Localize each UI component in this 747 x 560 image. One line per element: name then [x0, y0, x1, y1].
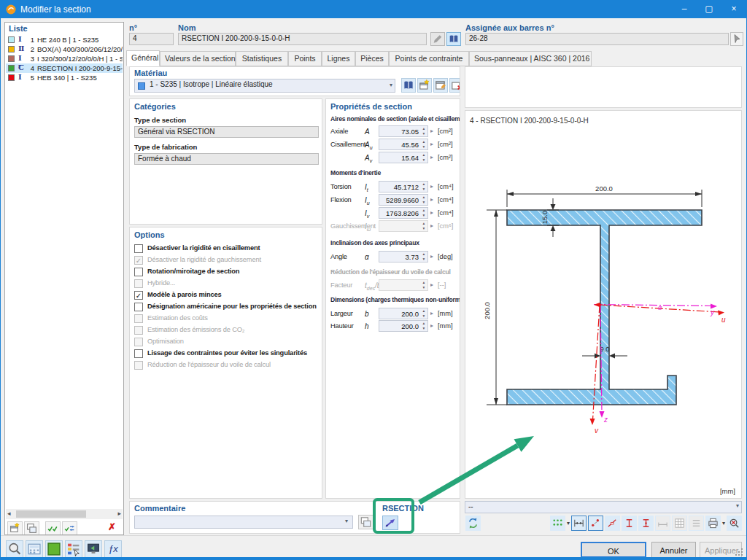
new-material-button[interactable]	[417, 78, 432, 93]
options-panel: Options Désactiver la rigidité en cisail…	[129, 227, 322, 499]
calculation-params-button[interactable]	[26, 540, 43, 558]
spinner-icons[interactable]: ▴▾	[420, 195, 427, 205]
checkbox-unchecked[interactable]	[134, 303, 143, 311]
section-type-label: Type de section	[134, 116, 186, 124]
fabrication-type-label: Type de fabrication	[134, 143, 197, 151]
list-item[interactable]: I 1 HE 240 B | 1 - S235	[6, 35, 123, 44]
comment-dropdown[interactable]	[134, 516, 353, 529]
scroll-left-icon[interactable]: ◂	[7, 510, 11, 517]
show-point-numbers-button[interactable]	[588, 516, 603, 531]
unit-label: [cm⁴]	[438, 209, 454, 217]
detail-arrow-icon[interactable]: ▸	[430, 253, 433, 260]
detail-arrow-icon[interactable]: ▸	[430, 196, 433, 203]
property-row: Cisaillement Au 45.56 ▴▾ ▸ [cm²]	[326, 139, 460, 151]
property-row: Largeur b 200.0 ▴▾ ▸ [mm]	[326, 308, 460, 320]
maximize-icon[interactable]: ▢	[697, 1, 721, 18]
print-button[interactable]	[705, 516, 721, 531]
tab-sous-panneaux[interactable]: Sous-panneaux | AISC 360 | 2016	[469, 51, 592, 66]
find-section-info-button[interactable]	[6, 540, 23, 558]
spinner-icons[interactable]: ▴▾	[420, 182, 427, 192]
section-list: I 1 HE 240 B | 1 - S235 Ⅱ 2 BOX(A) 400/3…	[5, 34, 123, 507]
chevron-down-icon[interactable]: ▾	[567, 516, 570, 531]
show-welds-button[interactable]	[638, 516, 654, 531]
checkbox-unchecked[interactable]	[134, 349, 143, 358]
property-symbol: tdes/t	[365, 281, 379, 291]
tab-valeurs[interactable]: Valeurs de la section	[160, 51, 236, 66]
refresh-view-button[interactable]	[465, 516, 481, 531]
chevron-down-icon[interactable]: ▾	[390, 82, 392, 88]
tab-statistiques[interactable]: Statistiques	[236, 51, 288, 66]
option-label: Hybride...	[147, 279, 175, 287]
tab-lignes[interactable]: Lignes	[322, 51, 355, 66]
show-dimensions-button[interactable]	[571, 516, 587, 531]
tab-general[interactable]: Général	[126, 50, 160, 66]
formula-button[interactable]: ƒx	[104, 540, 122, 558]
show-stress-points-button[interactable]	[622, 516, 637, 531]
section-color-button[interactable]	[45, 540, 63, 558]
checkbox-checked[interactable]: ✓	[134, 291, 143, 300]
detail-arrow-icon[interactable]: ▸	[430, 154, 433, 160]
pick-members-button[interactable]	[730, 32, 743, 46]
copy-comment-button[interactable]	[358, 515, 374, 529]
ok-button[interactable]: OK	[581, 542, 646, 558]
option-label: Estimation des émissions de CO₂	[147, 326, 244, 333]
spinner-icons[interactable]: ▴▾	[420, 321, 427, 331]
unit-label: [cm⁶]	[438, 222, 453, 230]
detail-arrow-icon[interactable]: ▸	[430, 322, 433, 329]
display-points-button[interactable]	[550, 516, 565, 531]
detail-arrow-icon[interactable]: ▸	[430, 310, 433, 316]
close-icon[interactable]: ×	[721, 1, 746, 18]
option-row: Hybride...	[134, 279, 320, 289]
material-dropdown[interactable]: 1 - S235 | Isotrope | Linéaire élastique…	[134, 79, 395, 93]
apply-view-button[interactable]	[85, 540, 102, 558]
display-properties-button[interactable]	[65, 540, 82, 558]
section-library-button[interactable]	[446, 32, 461, 46]
unit-label: [cm²]	[438, 141, 453, 148]
spinner-icons[interactable]: ▴▾	[420, 308, 427, 319]
tab-points-contrainte[interactable]: Points de contrainte	[389, 51, 469, 66]
spinner-icons[interactable]: ▴▾	[420, 152, 427, 163]
scrollbar-thumb[interactable]	[16, 510, 86, 518]
checkbox-unchecked[interactable]	[134, 244, 143, 253]
invert-check-button[interactable]	[62, 521, 77, 535]
section-viewer[interactable]: 4 - RSECTION I 200-200-9-15-0-0-H	[465, 110, 742, 499]
scroll-right-icon[interactable]: ▸	[117, 510, 121, 517]
list-scrollbar[interactable]: ◂ ▸	[6, 509, 123, 519]
list-item[interactable]: I 3 I 320/300/12/20/0/0/H | 1 - S235	[6, 54, 123, 63]
spinner-icons[interactable]: ▴▾	[420, 208, 427, 218]
assigned-members-field[interactable]: 26-28	[465, 33, 729, 45]
detail-arrow-icon[interactable]: ▸	[430, 141, 433, 147]
list-item-selected[interactable]: Ꞇ 4 RSECTION I 200-200-9-15-0-0-H |	[6, 63, 123, 73]
option-row: Rotation/miroitage de section	[134, 267, 320, 278]
list-item[interactable]: I 5 HEB 340 | 1 - S235	[6, 73, 123, 82]
resize-grip[interactable]	[735, 548, 743, 556]
copy-section-button[interactable]	[24, 521, 39, 535]
detail-arrow-icon[interactable]: ▸	[430, 128, 433, 134]
show-line-numbers-button[interactable]	[605, 516, 620, 531]
title-bar[interactable]: Modifier la section – ▢ ×	[1, 1, 746, 18]
minimize-icon[interactable]: –	[672, 1, 697, 18]
viewer-toolbar: ▾	[465, 515, 742, 533]
delete-section-icon[interactable]: ✗	[108, 521, 116, 532]
list-item[interactable]: Ⅱ 2 BOX(A) 400/300/206/12/20/18/182	[6, 44, 123, 54]
edit-material-button[interactable]	[433, 78, 448, 93]
detail-arrow-icon[interactable]: ▸	[430, 209, 433, 216]
tab-points[interactable]: Points	[288, 51, 322, 66]
delete-material-button[interactable]	[449, 78, 460, 93]
spinner-icons[interactable]: ▴▾	[420, 139, 427, 149]
checkbox-unchecked[interactable]	[134, 268, 143, 276]
cancel-button[interactable]: Annuler	[651, 542, 696, 558]
material-library-button[interactable]	[401, 78, 416, 93]
section-shape	[507, 210, 702, 405]
new-section-button[interactable]	[7, 521, 23, 535]
chevron-down-icon[interactable]: ▾	[722, 516, 725, 531]
chevron-down-icon[interactable]: ▾	[736, 502, 739, 509]
detail-arrow-icon[interactable]: ▸	[430, 183, 433, 190]
viewer-dropdown[interactable]: -- ▾	[465, 501, 742, 513]
material-color-swatch	[138, 82, 145, 90]
tab-pieces[interactable]: Pièces	[355, 51, 389, 66]
spinner-icons[interactable]: ▴▾	[420, 126, 427, 136]
spinner-icons[interactable]: ▴▾	[420, 252, 427, 262]
reset-view-button[interactable]	[727, 516, 742, 531]
check-all-button[interactable]	[45, 521, 61, 535]
